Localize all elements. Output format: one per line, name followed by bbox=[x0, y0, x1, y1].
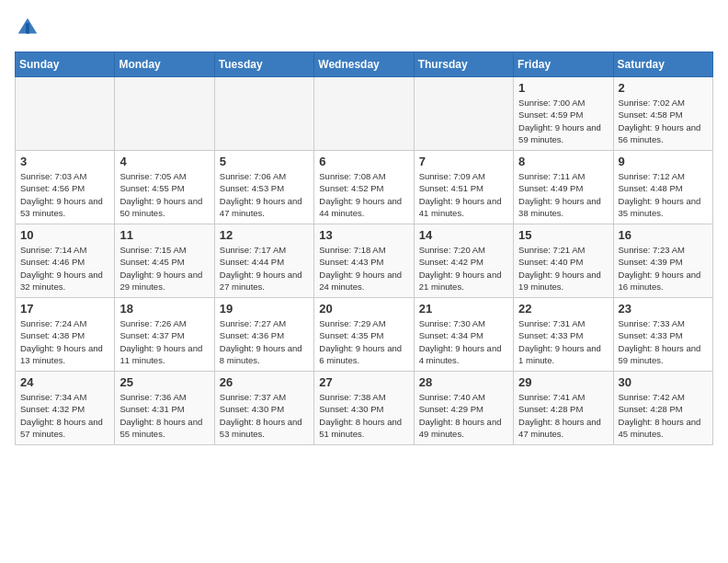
day-cell: 5Sunrise: 7:06 AM Sunset: 4:53 PM Daylig… bbox=[214, 151, 313, 224]
day-number: 9 bbox=[619, 155, 708, 168]
day-cell: 3Sunrise: 7:03 AM Sunset: 4:56 PM Daylig… bbox=[16, 151, 115, 224]
day-cell: 28Sunrise: 7:40 AM Sunset: 4:29 PM Dayli… bbox=[414, 372, 513, 445]
day-info: Sunrise: 7:26 AM Sunset: 4:37 PM Dayligh… bbox=[119, 317, 209, 366]
day-number: 11 bbox=[119, 228, 209, 242]
day-cell bbox=[414, 77, 513, 151]
header-cell-saturday: Saturday bbox=[613, 52, 712, 77]
day-number: 20 bbox=[319, 302, 408, 316]
day-number: 5 bbox=[220, 155, 309, 168]
day-cell: 6Sunrise: 7:08 AM Sunset: 4:52 PM Daylig… bbox=[314, 151, 414, 224]
day-info: Sunrise: 7:06 AM Sunset: 4:53 PM Dayligh… bbox=[220, 170, 309, 219]
day-info: Sunrise: 7:14 AM Sunset: 4:46 PM Dayligh… bbox=[20, 244, 109, 293]
day-info: Sunrise: 7:21 AM Sunset: 4:40 PM Dayligh… bbox=[518, 244, 608, 293]
day-info: Sunrise: 7:29 AM Sunset: 4:35 PM Dayligh… bbox=[319, 317, 408, 366]
header-row: SundayMondayTuesdayWednesdayThursdayFrid… bbox=[16, 52, 713, 77]
day-cell: 16Sunrise: 7:23 AM Sunset: 4:39 PM Dayli… bbox=[613, 224, 712, 298]
svg-rect-1 bbox=[26, 23, 29, 33]
header-cell-wednesday: Wednesday bbox=[314, 52, 414, 77]
day-info: Sunrise: 7:30 AM Sunset: 4:34 PM Dayligh… bbox=[419, 317, 508, 366]
day-cell: 14Sunrise: 7:20 AM Sunset: 4:42 PM Dayli… bbox=[414, 224, 513, 298]
day-info: Sunrise: 7:40 AM Sunset: 4:29 PM Dayligh… bbox=[419, 391, 508, 440]
day-info: Sunrise: 7:00 AM Sunset: 4:59 PM Dayligh… bbox=[518, 97, 608, 145]
day-number: 8 bbox=[518, 155, 608, 168]
day-number: 1 bbox=[518, 81, 608, 95]
day-number: 24 bbox=[20, 375, 109, 389]
week-row-3: 10Sunrise: 7:14 AM Sunset: 4:46 PM Dayli… bbox=[16, 224, 713, 298]
day-number: 16 bbox=[619, 228, 708, 242]
day-cell: 9Sunrise: 7:12 AM Sunset: 4:48 PM Daylig… bbox=[613, 151, 712, 224]
day-number: 13 bbox=[319, 228, 408, 242]
logo-icon bbox=[15, 15, 40, 40]
calendar-body: 1Sunrise: 7:00 AM Sunset: 4:59 PM Daylig… bbox=[16, 77, 713, 445]
day-info: Sunrise: 7:36 AM Sunset: 4:31 PM Dayligh… bbox=[119, 391, 209, 440]
day-cell bbox=[214, 77, 313, 151]
day-number: 29 bbox=[518, 375, 608, 389]
day-info: Sunrise: 7:41 AM Sunset: 4:28 PM Dayligh… bbox=[518, 391, 608, 440]
day-cell: 29Sunrise: 7:41 AM Sunset: 4:28 PM Dayli… bbox=[514, 372, 613, 445]
day-info: Sunrise: 7:03 AM Sunset: 4:56 PM Dayligh… bbox=[20, 170, 109, 219]
day-info: Sunrise: 7:05 AM Sunset: 4:55 PM Dayligh… bbox=[119, 170, 209, 219]
header-cell-tuesday: Tuesday bbox=[214, 52, 313, 77]
day-number: 15 bbox=[518, 228, 608, 242]
day-number: 2 bbox=[619, 81, 708, 95]
day-cell: 13Sunrise: 7:18 AM Sunset: 4:43 PM Dayli… bbox=[314, 224, 414, 298]
day-cell: 10Sunrise: 7:14 AM Sunset: 4:46 PM Dayli… bbox=[16, 224, 115, 298]
day-cell bbox=[314, 77, 414, 151]
logo bbox=[15, 15, 44, 40]
day-cell: 23Sunrise: 7:33 AM Sunset: 4:33 PM Dayli… bbox=[613, 298, 712, 372]
day-info: Sunrise: 7:09 AM Sunset: 4:51 PM Dayligh… bbox=[419, 170, 508, 219]
day-number: 7 bbox=[419, 155, 508, 168]
day-number: 19 bbox=[220, 302, 309, 316]
day-cell: 18Sunrise: 7:26 AM Sunset: 4:37 PM Dayli… bbox=[115, 298, 214, 372]
day-cell: 4Sunrise: 7:05 AM Sunset: 4:55 PM Daylig… bbox=[115, 151, 214, 224]
day-info: Sunrise: 7:18 AM Sunset: 4:43 PM Dayligh… bbox=[319, 244, 408, 293]
day-cell: 21Sunrise: 7:30 AM Sunset: 4:34 PM Dayli… bbox=[414, 298, 513, 372]
day-info: Sunrise: 7:15 AM Sunset: 4:45 PM Dayligh… bbox=[119, 244, 209, 293]
day-cell: 17Sunrise: 7:24 AM Sunset: 4:38 PM Dayli… bbox=[16, 298, 115, 372]
day-cell: 20Sunrise: 7:29 AM Sunset: 4:35 PM Dayli… bbox=[314, 298, 414, 372]
day-info: Sunrise: 7:42 AM Sunset: 4:28 PM Dayligh… bbox=[619, 391, 708, 440]
day-info: Sunrise: 7:31 AM Sunset: 4:33 PM Dayligh… bbox=[518, 317, 608, 366]
day-cell: 7Sunrise: 7:09 AM Sunset: 4:51 PM Daylig… bbox=[414, 151, 513, 224]
day-number: 25 bbox=[119, 375, 209, 389]
day-number: 14 bbox=[419, 228, 508, 242]
week-row-1: 1Sunrise: 7:00 AM Sunset: 4:59 PM Daylig… bbox=[16, 77, 713, 151]
day-cell: 26Sunrise: 7:37 AM Sunset: 4:30 PM Dayli… bbox=[214, 372, 313, 445]
header-cell-thursday: Thursday bbox=[414, 52, 513, 77]
header-cell-sunday: Sunday bbox=[16, 52, 115, 77]
day-number: 23 bbox=[619, 302, 708, 316]
day-cell: 22Sunrise: 7:31 AM Sunset: 4:33 PM Dayli… bbox=[514, 298, 613, 372]
day-number: 4 bbox=[119, 155, 209, 168]
day-info: Sunrise: 7:02 AM Sunset: 4:58 PM Dayligh… bbox=[619, 97, 708, 145]
day-number: 30 bbox=[619, 375, 708, 389]
day-info: Sunrise: 7:37 AM Sunset: 4:30 PM Dayligh… bbox=[220, 391, 309, 440]
day-info: Sunrise: 7:34 AM Sunset: 4:32 PM Dayligh… bbox=[20, 391, 109, 440]
day-number: 10 bbox=[20, 228, 109, 242]
day-number: 12 bbox=[220, 228, 309, 242]
day-info: Sunrise: 7:24 AM Sunset: 4:38 PM Dayligh… bbox=[20, 317, 109, 366]
day-info: Sunrise: 7:12 AM Sunset: 4:48 PM Dayligh… bbox=[619, 170, 708, 219]
day-cell bbox=[16, 77, 115, 151]
day-info: Sunrise: 7:27 AM Sunset: 4:36 PM Dayligh… bbox=[220, 317, 309, 366]
calendar-table: SundayMondayTuesdayWednesdayThursdayFrid… bbox=[15, 52, 713, 445]
day-cell: 19Sunrise: 7:27 AM Sunset: 4:36 PM Dayli… bbox=[214, 298, 313, 372]
day-number: 17 bbox=[20, 302, 109, 316]
day-cell: 27Sunrise: 7:38 AM Sunset: 4:30 PM Dayli… bbox=[314, 372, 414, 445]
day-cell: 1Sunrise: 7:00 AM Sunset: 4:59 PM Daylig… bbox=[514, 77, 613, 151]
day-number: 6 bbox=[319, 155, 408, 168]
week-row-4: 17Sunrise: 7:24 AM Sunset: 4:38 PM Dayli… bbox=[16, 298, 713, 372]
day-cell: 12Sunrise: 7:17 AM Sunset: 4:44 PM Dayli… bbox=[214, 224, 313, 298]
day-number: 27 bbox=[319, 375, 408, 389]
day-cell: 25Sunrise: 7:36 AM Sunset: 4:31 PM Dayli… bbox=[115, 372, 214, 445]
day-info: Sunrise: 7:38 AM Sunset: 4:30 PM Dayligh… bbox=[319, 391, 408, 440]
day-info: Sunrise: 7:23 AM Sunset: 4:39 PM Dayligh… bbox=[619, 244, 708, 293]
week-row-5: 24Sunrise: 7:34 AM Sunset: 4:32 PM Dayli… bbox=[16, 372, 713, 445]
header-cell-monday: Monday bbox=[115, 52, 214, 77]
day-cell: 15Sunrise: 7:21 AM Sunset: 4:40 PM Dayli… bbox=[514, 224, 613, 298]
day-number: 26 bbox=[220, 375, 309, 389]
day-info: Sunrise: 7:20 AM Sunset: 4:42 PM Dayligh… bbox=[419, 244, 508, 293]
header-cell-friday: Friday bbox=[514, 52, 613, 77]
day-number: 22 bbox=[518, 302, 608, 316]
day-number: 21 bbox=[419, 302, 508, 316]
week-row-2: 3Sunrise: 7:03 AM Sunset: 4:56 PM Daylig… bbox=[16, 151, 713, 224]
